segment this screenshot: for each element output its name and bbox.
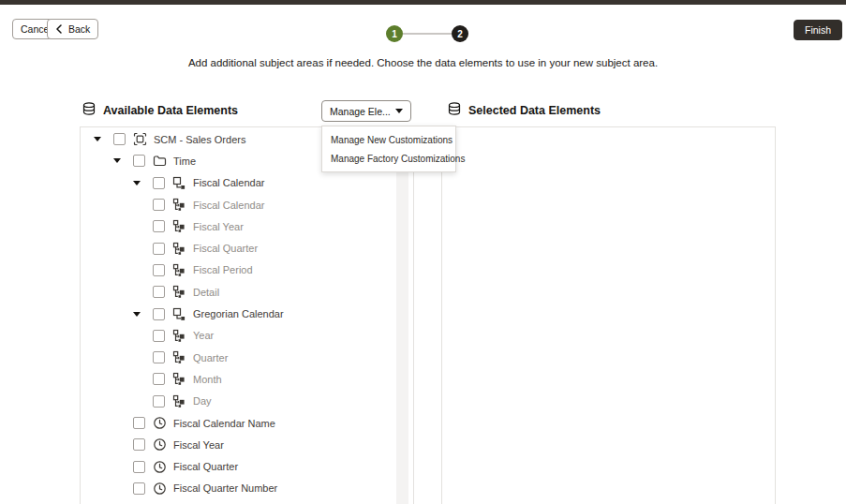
level-icon: [172, 219, 186, 233]
dimension-icon: [172, 307, 186, 321]
tree-row[interactable]: Day: [81, 391, 394, 412]
tree-node-label: Fiscal Quarter Number: [173, 482, 277, 494]
step-2-indicator[interactable]: 2: [452, 25, 468, 42]
checkbox[interactable]: [153, 286, 165, 298]
tree-row[interactable]: Fiscal Quarter Number: [81, 478, 394, 499]
tree-row[interactable]: Gregorian Calendar: [81, 303, 394, 324]
chevron-down-icon: [395, 109, 403, 113]
available-panel-header: Available Data Elements: [82, 101, 238, 119]
tree-node-label: SCM - Sales Orders: [154, 134, 245, 145]
selected-panel-header: Selected Data Elements: [447, 101, 601, 119]
tree-node-label: Fiscal Quarter: [193, 243, 258, 254]
subject-area-icon: [133, 132, 147, 146]
checkbox[interactable]: [153, 330, 165, 342]
tree-node-label: Month: [193, 374, 222, 385]
expand-caret-icon[interactable]: [113, 158, 133, 163]
expand-caret-icon[interactable]: [94, 137, 113, 141]
checkbox[interactable]: [133, 482, 145, 495]
manage-elements-button-label: Manage Ele...: [330, 106, 391, 117]
clock-icon: [153, 482, 167, 496]
tree-row[interactable]: Fiscal Year: [81, 215, 394, 237]
level-icon: [172, 372, 186, 386]
level-icon: [172, 242, 186, 256]
tree-node-label: Fiscal Period: [193, 264, 253, 275]
tree-node-label: Quarter: [193, 352, 228, 363]
caret-down-glyph: [94, 137, 101, 141]
tree-row[interactable]: [81, 499, 394, 504]
tree-node-label: Year: [193, 330, 214, 341]
tree-node-label: Fiscal Calendar: [193, 200, 264, 211]
caret-down-glyph: [133, 312, 141, 317]
checkbox[interactable]: [133, 461, 145, 473]
menu-item-manage-factory-customizations[interactable]: Manage Factory Customizations: [322, 149, 455, 168]
tree-row[interactable]: Fiscal Calendar Name: [81, 412, 394, 434]
tree-node-label: Fiscal Year: [173, 439, 224, 451]
instruction-text: Add additional subject areas if needed. …: [0, 57, 846, 68]
checkbox[interactable]: [153, 351, 165, 363]
checkbox[interactable]: [133, 417, 145, 429]
tree-node-label: Fiscal Quarter: [173, 461, 238, 472]
caret-down-glyph: [113, 158, 121, 163]
tree-node-label: Detail: [193, 287, 219, 298]
tree-node-label: Time: [173, 156, 196, 167]
step-1-indicator[interactable]: 1: [386, 25, 403, 42]
vertical-scrollbar[interactable]: [396, 128, 408, 504]
tree-row[interactable]: Quarter: [81, 347, 394, 368]
tree-node-label: Gregorian Calendar: [193, 308, 284, 319]
back-button[interactable]: Back: [47, 19, 98, 39]
tree-node-label: Fiscal Calendar Name: [173, 418, 275, 429]
available-data-elements-panel: SCM - Sales Orders Time Fiscal Calendar …: [80, 126, 414, 504]
step-connector: [403, 33, 452, 35]
tree-row[interactable]: Fiscal Calendar: [81, 172, 394, 194]
tree-node-label: Fiscal Calendar: [193, 177, 264, 188]
checkbox[interactable]: [133, 155, 145, 167]
menu-item-manage-new-customizations[interactable]: Manage New Customizations: [322, 130, 455, 149]
tree-row[interactable]: Detail: [81, 281, 394, 303]
tree-row[interactable]: Fiscal Calendar: [81, 194, 394, 215]
tree-row[interactable]: Month: [81, 368, 394, 390]
manage-elements-dropdown-button[interactable]: Manage Ele...: [321, 100, 411, 122]
tree-node-label: Fiscal Year: [193, 221, 244, 232]
checkbox[interactable]: [153, 243, 165, 255]
manage-elements-menu: Manage New CustomizationsManage Factory …: [321, 126, 456, 172]
level-icon: [172, 263, 186, 277]
checkbox[interactable]: [153, 308, 165, 320]
database-icon: [447, 101, 462, 119]
clock-icon: [153, 416, 167, 430]
expand-caret-icon[interactable]: [133, 181, 153, 185]
selected-panel-title: Selected Data Elements: [468, 104, 601, 117]
dimension-icon: [172, 176, 186, 190]
checkbox[interactable]: [133, 438, 145, 451]
expand-caret-icon[interactable]: [133, 312, 153, 317]
level-icon: [172, 198, 186, 212]
checkbox[interactable]: [113, 133, 126, 145]
level-icon: [172, 329, 186, 343]
finish-button[interactable]: Finish: [794, 20, 842, 40]
tree-row[interactable]: Fiscal Year: [81, 434, 394, 455]
checkbox[interactable]: [153, 177, 165, 189]
checkbox[interactable]: [153, 199, 165, 211]
tree-row[interactable]: Fiscal Period: [81, 259, 394, 281]
checkbox[interactable]: [153, 373, 165, 385]
selected-data-elements-panel: [441, 126, 776, 504]
step-indicator: 12: [386, 25, 468, 42]
tree-row[interactable]: Year: [81, 325, 394, 347]
top-accent-bar: [0, 0, 846, 5]
checkbox[interactable]: [153, 264, 165, 276]
level-icon: [172, 285, 186, 299]
tree-row[interactable]: Fiscal Quarter: [81, 455, 394, 477]
checkbox[interactable]: [153, 220, 165, 232]
level-icon: [172, 350, 186, 364]
level-icon: [172, 394, 186, 408]
folder-icon: [153, 154, 167, 168]
tree-node-label: Day: [193, 395, 212, 407]
tree-row[interactable]: Fiscal Quarter: [81, 237, 394, 259]
data-elements-tree: SCM - Sales Orders Time Fiscal Calendar …: [81, 128, 394, 504]
available-panel-title: Available Data Elements: [103, 104, 238, 117]
chevron-left-icon: [55, 24, 63, 34]
clock-icon: [153, 437, 167, 452]
clock-icon: [153, 460, 167, 474]
back-button-label: Back: [68, 23, 90, 35]
checkbox[interactable]: [153, 395, 165, 408]
database-icon: [82, 101, 96, 119]
